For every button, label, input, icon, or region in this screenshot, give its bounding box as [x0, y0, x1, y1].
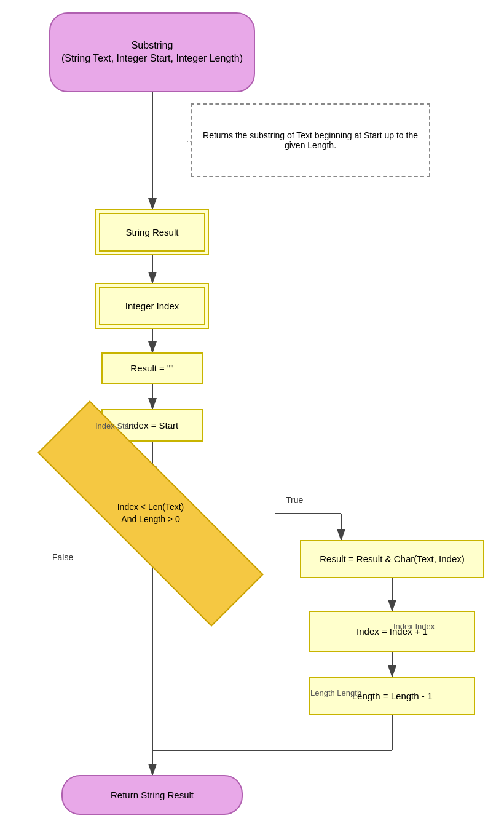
- index-index-label: Index Index: [393, 622, 435, 631]
- condition-label: Index < Len(Text)And Length > 0: [117, 501, 184, 525]
- action2-node: Index = Index + 1: [309, 611, 475, 652]
- action3-label: Length = Length - 1: [352, 690, 433, 702]
- action1-label: Result = Result & Char(Text, Index): [320, 553, 465, 565]
- start-node: Substring (String Text, Integer Start, I…: [49, 12, 255, 92]
- var2-node: Integer Index: [95, 283, 209, 329]
- index-start-label: Index Start: [95, 421, 134, 431]
- end-node: Return String Result: [61, 775, 243, 815]
- comment-text: Returns the substring of Text beginning …: [198, 130, 423, 150]
- assign1-label: Result = "": [130, 362, 173, 375]
- length-length-label: Length Length: [310, 688, 361, 697]
- condition-node: Index < Len(Text)And Length > 0: [28, 477, 274, 550]
- comment-box: Returns the substring of Text beginning …: [191, 103, 430, 177]
- var1-node: String Result: [95, 209, 209, 255]
- true-label: True: [286, 495, 303, 505]
- start-label: Substring (String Text, Integer Start, I…: [61, 39, 243, 65]
- end-label: Return String Result: [111, 789, 194, 801]
- assign1-node: Result = "": [101, 352, 203, 384]
- action1-node: Result = Result & Char(Text, Index): [300, 540, 484, 578]
- false-label: False: [52, 552, 73, 562]
